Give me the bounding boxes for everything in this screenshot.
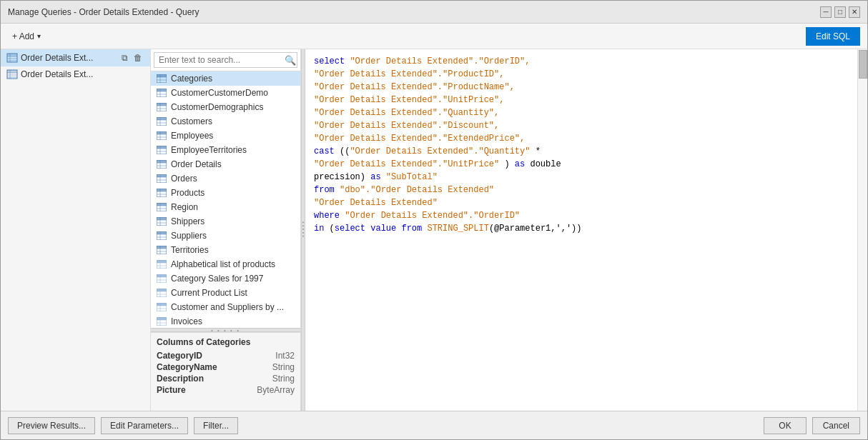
- table-item-13[interactable]: Alphabetical list of products: [151, 257, 300, 271]
- tables-list: Categories CustomerCustomerDemo: [151, 71, 300, 328]
- query-delete-button-0[interactable]: 🗑: [132, 52, 144, 64]
- col-type-0: Int32: [275, 351, 295, 361]
- edit-parameters-button[interactable]: Edit Parameters...: [101, 417, 188, 434]
- svg-rect-72: [157, 246, 167, 249]
- table-item-14[interactable]: Category Sales for 1997: [151, 271, 300, 286]
- query-actions-0: ⧉ 🗑: [119, 52, 144, 64]
- bottom-right-actions: OK Cancel: [764, 417, 860, 434]
- table-name-13: Alphabetical list of products: [171, 259, 275, 269]
- table-item-6[interactable]: Order Details: [151, 157, 300, 171]
- query-label-0: Order Details Ext...: [21, 53, 117, 63]
- table-item-11[interactable]: Suppliers: [151, 229, 300, 243]
- sql-line-5: "Order Details Extended"."Discount",: [314, 119, 859, 132]
- svg-rect-42: [157, 160, 167, 163]
- table-name-5: EmployeeTerritories: [171, 145, 247, 155]
- table-icon-5: [157, 146, 167, 154]
- table-item-9[interactable]: Region: [151, 200, 300, 214]
- sql-line-6: "Order Details Extended"."ExtendedPrice"…: [314, 132, 859, 145]
- bottom-left-actions: Preview Results... Edit Parameters... Fi…: [8, 417, 238, 434]
- svg-rect-22: [157, 103, 167, 106]
- table-icon-6: [157, 160, 167, 169]
- table-item-8[interactable]: Products: [151, 186, 300, 200]
- add-dropdown-icon: ▾: [37, 32, 41, 40]
- table-name-3: Customers: [171, 116, 212, 126]
- column-row-2: Description String: [157, 373, 295, 384]
- main-window: Manage Queries - Order Details Extended …: [0, 0, 868, 440]
- filter-button[interactable]: Filter...: [194, 417, 238, 434]
- table-name-15: Current Product List: [171, 288, 247, 298]
- svg-rect-37: [157, 146, 167, 149]
- table-item-15[interactable]: Current Product List: [151, 286, 300, 300]
- search-input[interactable]: [154, 52, 297, 68]
- table-name-4: Employees: [171, 131, 213, 141]
- sql-editor[interactable]: select "Order Details Extended"."OrderID…: [305, 49, 867, 411]
- table-name-17: Invoices: [171, 316, 202, 326]
- table-icon-9: [157, 203, 167, 211]
- sql-line-1: "Order Details Extended"."ProductID",: [314, 68, 859, 81]
- table-item-2[interactable]: CustomerDemographics: [151, 100, 300, 114]
- query-label-1: Order Details Ext...: [21, 69, 144, 79]
- col-name-3: Picture: [157, 385, 186, 395]
- restore-button[interactable]: □: [834, 6, 846, 18]
- col-name-0: CategoryID: [157, 351, 202, 361]
- table-name-10: Shippers: [171, 216, 204, 226]
- sql-line-0: select "Order Details Extended"."OrderID…: [314, 55, 859, 68]
- tables-panel: 🔍 Categories: [151, 49, 301, 411]
- table-icon-4: [157, 131, 167, 140]
- table-icon-16: [157, 303, 167, 311]
- query-copy-button-0[interactable]: ⧉: [119, 52, 130, 64]
- table-name-12: Territories: [171, 245, 209, 255]
- table-item-7[interactable]: Orders: [151, 171, 300, 186]
- table-name-0: Categories: [171, 74, 212, 84]
- add-label: + Add: [12, 31, 34, 41]
- table-item-3[interactable]: Customers: [151, 114, 300, 129]
- table-item-0[interactable]: Categories: [151, 71, 300, 86]
- sql-scrollbar[interactable]: [857, 49, 867, 411]
- table-icon-17: [157, 317, 167, 326]
- table-icon-13: [157, 260, 167, 269]
- table-item-10[interactable]: Shippers: [151, 214, 300, 229]
- window-title: Manage Queries - Order Details Extended …: [8, 7, 199, 17]
- column-row-0: CategoryID Int32: [157, 350, 295, 361]
- search-icon: 🔍: [285, 55, 296, 66]
- svg-rect-17: [157, 89, 167, 91]
- table-item-4[interactable]: Employees: [151, 129, 300, 143]
- table-icon-3: [157, 117, 167, 126]
- svg-rect-27: [157, 117, 167, 120]
- toolbar: + Add ▾ Edit SQL: [1, 24, 867, 49]
- close-button[interactable]: ✕: [849, 6, 860, 18]
- sql-line-11: "Order Details Extended": [314, 196, 859, 209]
- sql-line-4: "Order Details Extended"."Quantity",: [314, 106, 859, 119]
- add-button[interactable]: + Add ▾: [8, 30, 45, 43]
- query-item-1[interactable]: Order Details Ext...: [1, 66, 150, 82]
- svg-rect-47: [157, 174, 167, 177]
- svg-rect-62: [157, 217, 167, 220]
- svg-rect-52: [157, 189, 167, 191]
- table-item-5[interactable]: EmployeeTerritories: [151, 143, 300, 157]
- sql-line-12: where "Order Details Extended"."OrderID": [314, 209, 859, 222]
- table-icon-15: [157, 289, 167, 297]
- edit-sql-button[interactable]: Edit SQL: [806, 27, 860, 46]
- cancel-button[interactable]: Cancel: [812, 417, 860, 434]
- column-row-1: CategoryName String: [157, 361, 295, 373]
- sql-scrollbar-thumb[interactable]: [859, 50, 867, 79]
- query-item-0[interactable]: Order Details Ext... ⧉ 🗑: [1, 49, 150, 66]
- preview-results-button[interactable]: Preview Results...: [8, 417, 95, 434]
- columns-title: Columns of Categories: [157, 337, 295, 347]
- table-name-6: Order Details: [171, 159, 222, 169]
- minimize-button[interactable]: ─: [820, 6, 832, 18]
- table-item-12[interactable]: Territories: [151, 243, 300, 257]
- table-item-17[interactable]: Invoices: [151, 314, 300, 328]
- ok-button[interactable]: OK: [764, 417, 806, 434]
- col-type-1: String: [272, 362, 295, 372]
- table-icon-8: [157, 189, 167, 197]
- svg-rect-77: [157, 260, 167, 263]
- table-item-1[interactable]: CustomerCustomerDemo: [151, 86, 300, 100]
- query-icon-0: [6, 53, 18, 63]
- table-icon-14: [157, 274, 167, 283]
- search-box: 🔍: [151, 49, 300, 71]
- table-item-16[interactable]: Customer and Suppliers by ...: [151, 300, 300, 314]
- svg-rect-7: [7, 70, 17, 73]
- svg-rect-97: [157, 317, 167, 320]
- sql-content[interactable]: select "Order Details Extended"."OrderID…: [305, 49, 867, 411]
